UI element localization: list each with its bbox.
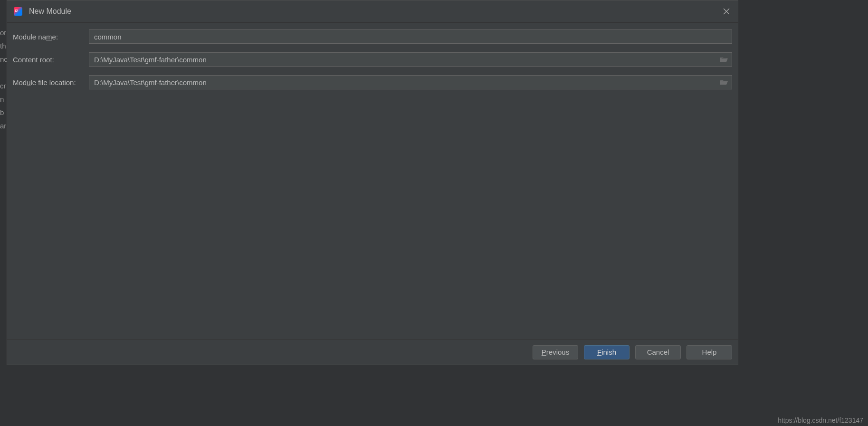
finish-button[interactable]: Finish	[584, 345, 630, 359]
titlebar: New Module	[7, 0, 738, 23]
watermark-text: https://blog.csdn.net/f123147	[778, 416, 863, 424]
previous-button[interactable]: Previous	[533, 345, 578, 359]
content-root-row: Content root:	[13, 52, 732, 67]
dialog-title: New Module	[29, 7, 71, 16]
button-bar: Previous Finish Cancel Help	[7, 339, 738, 365]
module-file-location-input[interactable]	[89, 75, 732, 89]
module-name-row: Module name:	[13, 29, 732, 44]
intellij-icon	[14, 7, 22, 16]
content-root-browse-button[interactable]	[720, 56, 728, 63]
module-name-input-wrap	[89, 29, 732, 44]
module-name-input[interactable]	[89, 29, 732, 44]
help-button[interactable]: Help	[687, 345, 732, 359]
folder-open-icon	[720, 56, 728, 63]
content-root-input[interactable]	[89, 52, 732, 67]
module-file-location-input-wrap	[89, 75, 732, 89]
close-icon	[723, 8, 730, 15]
folder-open-icon	[720, 79, 728, 86]
dialog-content: Module name: Content root: Module f	[7, 23, 738, 339]
cancel-button[interactable]: Cancel	[635, 345, 681, 359]
content-root-label: Content root:	[13, 56, 85, 64]
module-name-label: Module name:	[13, 33, 85, 41]
module-file-location-row: Module file location:	[13, 75, 732, 89]
content-root-input-wrap	[89, 52, 732, 67]
background-partial-text: or th nc cr n b ar	[0, 26, 7, 133]
module-file-location-browse-button[interactable]	[720, 79, 728, 86]
module-file-location-label: Module file location:	[13, 78, 85, 87]
close-button[interactable]	[720, 5, 733, 18]
new-module-dialog: New Module Module name: Content root:	[7, 0, 738, 365]
